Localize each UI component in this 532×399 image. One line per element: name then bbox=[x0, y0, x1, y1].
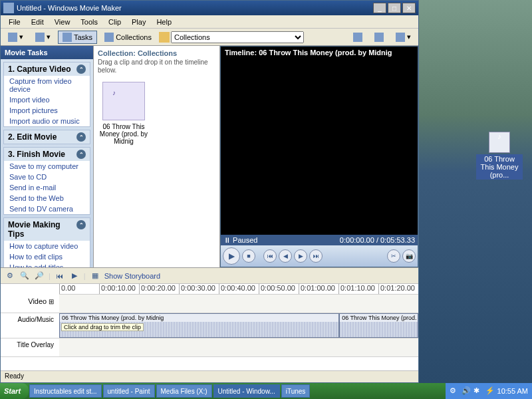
play-button[interactable]: ▶ bbox=[223, 247, 240, 265]
tray-icon[interactable]: ⚡ bbox=[485, 386, 495, 396]
task-section-header[interactable]: 1. Capture Video⌃ bbox=[4, 63, 90, 76]
clock[interactable]: 10:55 AM bbox=[497, 387, 528, 395]
video-track: Video ⊞ bbox=[1, 295, 418, 313]
timeline-pane: ⚙ 🔍 🔎 | ⏮ ▶ | ▦ Show Storyboard 0.000:00… bbox=[1, 267, 418, 370]
trim-tooltip: Click and drag to trim the clip bbox=[61, 323, 144, 331]
menu-edit[interactable]: Edit bbox=[26, 17, 49, 27]
task-section: 3. Finish Movie⌃Save to my computerSave … bbox=[3, 147, 90, 215]
chevron-icon: ⌃ bbox=[76, 132, 86, 142]
task-link[interactable]: Import audio or music bbox=[4, 116, 90, 126]
audio-clip-thumbnail[interactable]: ♪ 06 Throw This Money (prod. by Midnig bbox=[99, 82, 148, 145]
audio-clip-1[interactable]: 06 Throw This Money (prod. by Midnig Cli… bbox=[59, 313, 339, 338]
menubar: File Edit View Tools Clip Play Help bbox=[1, 15, 418, 29]
task-link[interactable]: Capture from video device bbox=[4, 76, 90, 94]
ruler-tick: 0:01:10.00 bbox=[338, 284, 378, 294]
tray-icon[interactable]: ⚙ bbox=[450, 386, 459, 396]
clip-label: 06 Throw This Money (prod. by Midnig bbox=[99, 123, 148, 145]
play-controls: ▶ ■ ⏮ ◀ ▶ ⏭ ✂ 📷 bbox=[221, 245, 418, 267]
menu-help[interactable]: Help bbox=[151, 17, 177, 27]
toolbar: ▾ ▾ Tasks Collections Collections ▾ bbox=[1, 29, 418, 46]
collection-header: Collection: Collections Drag a clip and … bbox=[94, 46, 219, 76]
next-frame-button[interactable]: ▶ bbox=[294, 249, 307, 263]
split-button[interactable]: ✂ bbox=[387, 249, 400, 263]
collections-button[interactable]: Collections bbox=[100, 31, 156, 44]
task-link[interactable]: Import pictures bbox=[4, 105, 90, 116]
chevron-icon: ⌃ bbox=[76, 150, 86, 159]
snapshot-button[interactable]: 📷 bbox=[402, 249, 416, 263]
statusbar: Ready bbox=[1, 370, 418, 382]
collection-pane: Collection: Collections Drag a clip and … bbox=[94, 46, 220, 267]
zoom-in-icon[interactable]: 🔍 bbox=[19, 271, 30, 281]
collection-select[interactable]: Collections bbox=[171, 31, 304, 43]
forward-button[interactable]: ▾ bbox=[31, 31, 55, 44]
taskbar-item[interactable]: Untitled - Window... bbox=[213, 384, 280, 398]
menu-play[interactable]: Play bbox=[126, 17, 151, 27]
view-button[interactable]: ▾ bbox=[391, 31, 416, 44]
task-link[interactable]: Send in e-mail bbox=[4, 182, 90, 193]
menu-file[interactable]: File bbox=[3, 17, 26, 27]
taskbar-item[interactable]: Media Files (X:) bbox=[156, 384, 212, 398]
menu-view[interactable]: View bbox=[49, 17, 76, 27]
back-button[interactable]: ▾ bbox=[3, 31, 28, 44]
stop-button[interactable]: ■ bbox=[242, 249, 255, 263]
tray-icon[interactable]: ✱ bbox=[473, 386, 483, 396]
new-folder-button[interactable] bbox=[370, 31, 388, 44]
preview-title: Timeline: 06 Throw This Money (prod. by … bbox=[221, 47, 418, 59]
task-section-header[interactable]: 2. Edit Movie⌃ bbox=[4, 130, 90, 144]
ruler-tick: 0:00:50.00 bbox=[259, 284, 299, 294]
menu-tools[interactable]: Tools bbox=[75, 17, 103, 27]
rewind-timeline-icon[interactable]: ⏮ bbox=[55, 271, 65, 281]
start-button[interactable]: Start bbox=[0, 383, 29, 399]
task-link[interactable]: How to edit clips bbox=[4, 251, 90, 262]
ruler-tick: 0.00 bbox=[59, 284, 99, 294]
app-icon bbox=[3, 3, 14, 13]
preview-status: ⏸ Paused 0:00:00.00 / 0:05:53.33 bbox=[221, 235, 418, 245]
show-storyboard-link[interactable]: Show Storyboard bbox=[104, 272, 160, 280]
timeline-toolbar: ⚙ 🔍 🔎 | ⏮ ▶ | ▦ Show Storyboard bbox=[1, 268, 418, 284]
audio-track: Audio/Music 06 Throw This Money (prod. b… bbox=[1, 313, 418, 338]
play-timeline-icon[interactable]: ▶ bbox=[69, 271, 80, 281]
taskbar-item[interactable]: Instructables edit st... bbox=[29, 384, 102, 398]
movie-maker-window: Untitled - Windows Movie Maker _ □ ✕ Fil… bbox=[0, 0, 419, 383]
maximize-button[interactable]: □ bbox=[388, 3, 401, 13]
task-section: 2. Edit Movie⌃ bbox=[3, 130, 90, 144]
mp3-file-icon: ♪ bbox=[489, 132, 510, 153]
system-tray[interactable]: ⚙ 🔊 ✱ ⚡ 10:55 AM bbox=[446, 383, 532, 399]
timeline-props-icon[interactable]: ⚙ bbox=[5, 271, 15, 281]
task-link[interactable]: How to capture video bbox=[4, 241, 90, 251]
minimize-button[interactable]: _ bbox=[373, 3, 386, 13]
task-link[interactable]: Send to the Web bbox=[4, 193, 90, 203]
task-section-header[interactable]: 3. Finish Movie⌃ bbox=[4, 148, 90, 161]
menu-clip[interactable]: Clip bbox=[103, 17, 126, 27]
title-track: Title Overlay bbox=[1, 338, 418, 357]
prev-frame-button[interactable]: ◀ bbox=[279, 249, 292, 263]
task-section-header[interactable]: Movie Making Tips⌃ bbox=[4, 218, 90, 241]
ruler-tick: 0:00:30.00 bbox=[179, 284, 219, 294]
timeline-ruler[interactable]: 0.000:00:10.000:00:20.000:00:30.000:00:4… bbox=[59, 284, 418, 295]
titlebar[interactable]: Untitled - Windows Movie Maker _ □ ✕ bbox=[1, 1, 418, 15]
tasks-button[interactable]: Tasks bbox=[58, 31, 97, 44]
chevron-icon: ⌃ bbox=[76, 65, 86, 74]
taskbar-item[interactable]: iTunes bbox=[281, 384, 311, 398]
ruler-tick: 0:00:20.00 bbox=[139, 284, 179, 294]
forward-end-button[interactable]: ⏭ bbox=[309, 249, 323, 263]
audio-clip-2[interactable]: 06 Throw This Money (prod. by Mid bbox=[339, 313, 418, 338]
desktop-mp3-icon[interactable]: ♪ 06 Throw This Money (pro... bbox=[476, 132, 523, 180]
task-link[interactable]: How to add titles, effects, transitions bbox=[4, 262, 90, 267]
taskbar-item[interactable]: untitled - Paint bbox=[103, 384, 155, 398]
storyboard-icon: ▦ bbox=[90, 271, 100, 281]
close-button[interactable]: ✕ bbox=[402, 3, 416, 13]
task-link[interactable]: Save to CD bbox=[4, 172, 90, 182]
rewind-button[interactable]: ⏮ bbox=[263, 249, 277, 263]
ruler-tick: 0:01:20.00 bbox=[378, 284, 418, 294]
task-link[interactable]: Import video bbox=[4, 94, 90, 105]
task-section: 1. Capture Video⌃Capture from video devi… bbox=[3, 62, 90, 127]
ruler-tick: 0:01:00.00 bbox=[299, 284, 338, 294]
tasks-pane: Movie Tasks 1. Capture Video⌃Capture fro… bbox=[1, 46, 94, 267]
task-link[interactable]: Save to my computer bbox=[4, 161, 90, 172]
preview-area[interactable] bbox=[221, 59, 418, 235]
tray-icon[interactable]: 🔊 bbox=[462, 386, 471, 396]
up-button[interactable] bbox=[348, 31, 367, 44]
task-link[interactable]: Send to DV camera bbox=[4, 203, 90, 214]
zoom-out-icon[interactable]: 🔎 bbox=[34, 271, 45, 281]
